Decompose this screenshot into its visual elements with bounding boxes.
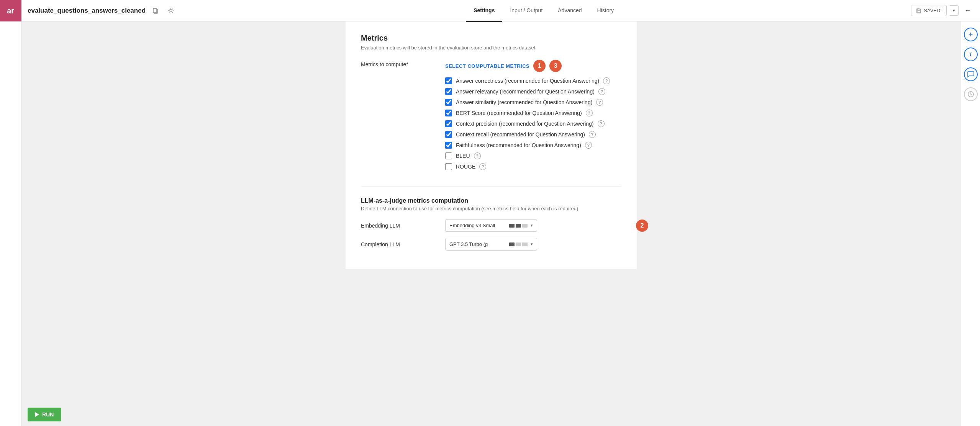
chat-button[interactable] <box>964 67 978 81</box>
tab-settings[interactable]: Settings <box>466 0 502 22</box>
tab-advanced[interactable]: Advanced <box>550 0 589 22</box>
saved-dropdown-arrow[interactable]: ▾ <box>950 5 959 16</box>
page-content: Metrics Evaluation metrics will be store… <box>21 21 961 426</box>
checkbox-bert-score-label: BERT Score (recommended for Question Ans… <box>456 110 582 116</box>
topbar-nav: Settings Input / Output Advanced History <box>181 0 906 21</box>
metrics-section: Metrics Evaluation metrics will be store… <box>361 34 621 174</box>
help-icon-rouge[interactable]: ? <box>479 163 486 170</box>
completion-llm-select[interactable]: GPT 3.5 Turbo (g ▾ <box>445 238 537 251</box>
settings-icon-button[interactable] <box>166 5 176 16</box>
help-icon-bleu[interactable]: ? <box>474 152 481 159</box>
llm-section: LLM-as-a-judge metrics computation Defin… <box>361 186 621 251</box>
checkbox-answer-correctness-input[interactable] <box>445 77 452 84</box>
checkbox-answer-similarity-label: Answer similarity (recommended for Quest… <box>456 99 592 105</box>
block-light-1 <box>522 224 528 228</box>
block-dark-2 <box>516 224 521 228</box>
help-icon-context-recall[interactable]: ? <box>589 131 596 138</box>
main-wrapper: evaluate_questions_answers_cleaned Setti… <box>21 0 980 426</box>
svg-point-2 <box>170 10 172 12</box>
llm-section-desc: Define LLM connection to use for metrics… <box>361 206 621 211</box>
embedding-dropdown-arrow: ▾ <box>531 223 533 228</box>
help-icon-faithfulness[interactable]: ? <box>585 142 592 149</box>
tab-input-output[interactable]: Input / Output <box>502 0 550 22</box>
checkbox-context-precision-label: Context precision (recommended for Quest… <box>456 121 594 127</box>
topbar: evaluate_questions_answers_cleaned Setti… <box>21 0 980 21</box>
completion-block-light-1 <box>516 242 521 246</box>
checkbox-context-precision: Context precision (recommended for Quest… <box>445 120 621 127</box>
select-computable-metrics-link[interactable]: SELECT COMPUTABLE METRICS <box>445 63 529 69</box>
help-icon-answer-similarity[interactable]: ? <box>596 99 603 106</box>
checkbox-bert-score-input[interactable] <box>445 110 452 116</box>
checkbox-context-recall-label: Context recall (recommended for Question… <box>456 131 585 138</box>
section-desc: Evaluation metrics will be stored in the… <box>361 45 621 51</box>
checkbox-bleu-label: BLEU <box>456 153 470 159</box>
info-button[interactable]: i <box>964 48 978 61</box>
back-button[interactable]: ← <box>962 5 974 17</box>
completion-llm-value: GPT 3.5 Turbo (g <box>449 241 506 247</box>
completion-block-light-2 <box>522 242 528 246</box>
checkbox-answer-correctness-label: Answer correctness (recommended for Ques… <box>456 78 599 84</box>
run-icon <box>35 412 39 417</box>
checkbox-answer-similarity-input[interactable] <box>445 99 452 106</box>
checkbox-faithfulness-label: Faithfulness (recommended for Question A… <box>456 142 581 148</box>
checkbox-bleu-input[interactable] <box>445 152 452 159</box>
help-icon-answer-relevancy[interactable]: ? <box>598 88 605 95</box>
embedding-llm-label: Embedding LLM <box>361 223 430 229</box>
left-sidebar: ar <box>0 0 21 426</box>
completion-dropdown-arrow: ▾ <box>531 242 533 247</box>
content-area: Metrics Evaluation metrics will be store… <box>21 21 980 426</box>
completion-llm-blocks <box>509 242 528 246</box>
embedding-llm-select[interactable]: Embedding v3 Small ▾ <box>445 219 537 232</box>
metrics-row: Metrics to compute* SELECT COMPUTABLE ME… <box>361 60 621 174</box>
help-icon-bert-score[interactable]: ? <box>586 110 593 116</box>
checkbox-context-recall: Context recall (recommended for Question… <box>445 131 621 138</box>
completion-block-dark-1 <box>509 242 515 246</box>
logo-icon: ar <box>7 7 14 15</box>
run-bar: RUN <box>21 403 67 426</box>
copy-button[interactable] <box>150 5 161 16</box>
badge-3: 3 <box>549 60 562 72</box>
badge-1: 1 <box>533 60 546 72</box>
checkbox-context-recall-input[interactable] <box>445 131 452 138</box>
badge-2: 2 <box>636 220 648 232</box>
completion-llm-row: Completion LLM GPT 3.5 Turbo (g ▾ <box>361 238 621 251</box>
metrics-options: SELECT COMPUTABLE METRICS 1 3 Answer cor… <box>445 60 621 174</box>
checkbox-faithfulness-input[interactable] <box>445 142 452 149</box>
section-title: Metrics <box>361 34 621 43</box>
checkbox-rouge-label: ROUGE <box>456 164 475 170</box>
embedding-llm-blocks <box>509 224 528 228</box>
logo-button[interactable]: ar <box>0 0 21 21</box>
checkbox-answer-similarity: Answer similarity (recommended for Quest… <box>445 99 621 106</box>
checkbox-answer-relevancy-label: Answer relevancy (recommended for Questi… <box>456 88 595 95</box>
help-icon-context-precision[interactable]: ? <box>598 120 605 127</box>
checkbox-bleu: BLEU ? <box>445 152 621 159</box>
saved-label: SAVED! <box>924 8 942 13</box>
select-link-row: SELECT COMPUTABLE METRICS 1 3 <box>445 60 621 72</box>
checkbox-faithfulness: Faithfulness (recommended for Question A… <box>445 142 621 149</box>
checkbox-rouge: ROUGE ? <box>445 163 621 170</box>
run-button[interactable]: RUN <box>28 408 61 421</box>
embedding-llm-value: Embedding v3 Small <box>449 223 506 228</box>
clock-button[interactable] <box>964 87 978 101</box>
page-title: evaluate_questions_answers_cleaned <box>28 7 146 15</box>
llm-section-title: LLM-as-a-judge metrics computation <box>361 197 621 204</box>
tab-history[interactable]: History <box>590 0 622 22</box>
block-dark-1 <box>509 224 515 228</box>
completion-llm-label: Completion LLM <box>361 241 430 247</box>
checkbox-bert-score: BERT Score (recommended for Question Ans… <box>445 110 621 116</box>
svg-rect-1 <box>153 8 157 13</box>
checkbox-answer-relevancy-input[interactable] <box>445 88 452 95</box>
saved-button[interactable]: SAVED! <box>911 5 947 16</box>
help-icon-answer-correctness[interactable]: ? <box>603 77 610 84</box>
checkbox-rouge-input[interactable] <box>445 163 452 170</box>
right-sidebar: + i <box>961 21 980 426</box>
embedding-llm-row: Embedding LLM Embedding v3 Small ▾ 2 <box>361 219 621 232</box>
checkbox-context-precision-input[interactable] <box>445 120 452 127</box>
add-button[interactable]: + <box>964 28 978 41</box>
topbar-right: SAVED! ▾ ← <box>911 5 974 17</box>
svg-rect-4 <box>917 11 920 12</box>
checkbox-answer-correctness: Answer correctness (recommended for Ques… <box>445 77 621 84</box>
checkbox-answer-relevancy: Answer relevancy (recommended for Questi… <box>445 88 621 95</box>
svg-rect-3 <box>918 9 919 10</box>
run-label: RUN <box>42 411 54 418</box>
